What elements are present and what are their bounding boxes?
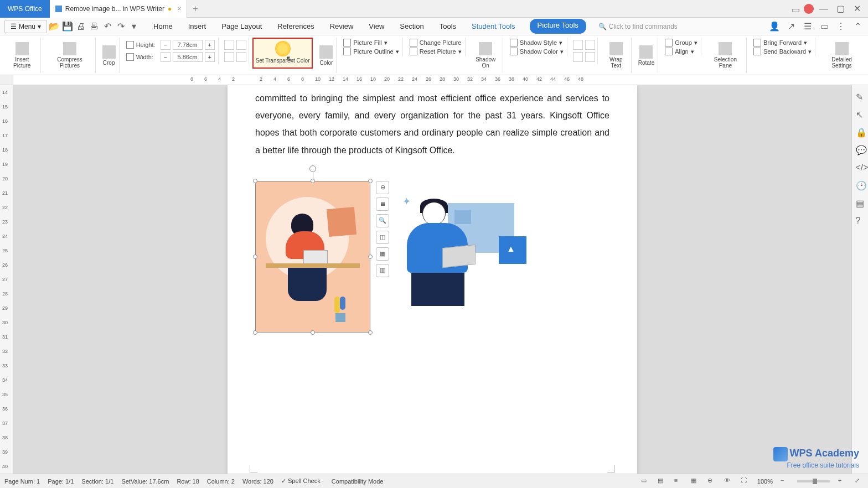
workspace-icon[interactable]: ▭ xyxy=(792,4,800,13)
stack-icon[interactable]: ▤ xyxy=(856,198,865,207)
zoom-in-icon[interactable]: + xyxy=(838,477,847,486)
tab-review[interactable]: Review xyxy=(329,19,355,34)
wrap-text-button[interactable]: Wrap Text xyxy=(601,38,632,73)
tab-tools[interactable]: Tools xyxy=(438,19,457,34)
shadow-on-button[interactable]: Shadow On xyxy=(469,38,503,73)
user-avatar-icon[interactable] xyxy=(804,4,814,14)
insert-picture-button[interactable]: Insert Picture xyxy=(3,38,41,73)
nudge-left-icon[interactable] xyxy=(573,52,583,62)
change-picture-button[interactable]: Change Picture xyxy=(410,39,462,46)
open-icon[interactable]: 📂 xyxy=(48,20,60,33)
selection-pane-button[interactable]: Selection Pane xyxy=(705,38,747,73)
height-decrease-button[interactable]: − xyxy=(161,40,170,50)
vertical-ruler[interactable]: 1415161718192021222324252627282930313233… xyxy=(0,85,13,476)
resize-handle[interactable] xyxy=(368,179,373,183)
zoom-out-icon[interactable]: − xyxy=(781,477,789,486)
width-input[interactable]: 5.86cm xyxy=(173,52,203,62)
resize-handle[interactable] xyxy=(253,255,257,259)
status-page-num[interactable]: Page Num: 1 xyxy=(4,478,40,485)
height-input[interactable]: 7.78cm xyxy=(173,40,203,50)
width-decrease-button[interactable]: − xyxy=(161,52,170,62)
page-area[interactable]: committed to bringing the simplest and m… xyxy=(13,85,851,476)
maximize-button[interactable]: ▢ xyxy=(834,2,847,15)
resize-handle[interactable] xyxy=(253,330,257,335)
outline-view-icon[interactable]: ≡ xyxy=(674,477,683,486)
flip-v-icon[interactable] xyxy=(236,52,246,62)
help-icon[interactable]: ? xyxy=(856,216,865,225)
zoom-slider[interactable] xyxy=(797,480,830,482)
app-tab[interactable]: WPS Office xyxy=(0,0,50,18)
nudge-down-icon[interactable] xyxy=(585,40,595,50)
group-button[interactable]: Group▾ xyxy=(665,39,698,46)
new-tab-button[interactable]: + xyxy=(187,1,203,17)
minimize-button[interactable]: — xyxy=(817,2,830,15)
settings-icon[interactable]: ☰ xyxy=(802,20,814,33)
picture-fill-button[interactable]: Picture Fill▾ xyxy=(343,39,399,46)
focus-mode-icon[interactable]: ▭ xyxy=(641,477,650,486)
tab-picture-tools[interactable]: Picture Tools xyxy=(530,19,586,34)
align-button[interactable]: Align▾ xyxy=(665,48,698,55)
tab-close-icon[interactable]: × xyxy=(177,5,181,13)
picture-tools-icon[interactable]: ▦ xyxy=(376,247,389,261)
history-icon[interactable]: 🕑 xyxy=(856,180,865,189)
shadow-style-button[interactable]: Shadow Style▾ xyxy=(510,39,564,46)
tab-page-layout[interactable]: Page Layout xyxy=(220,19,263,34)
nudge-right-icon[interactable] xyxy=(585,52,595,62)
share-icon[interactable]: 👤 xyxy=(768,20,781,33)
resize-handle[interactable] xyxy=(311,330,315,335)
zoom-icon[interactable]: 🔍 xyxy=(376,214,389,227)
picture-outline-button[interactable]: Picture Outline▾ xyxy=(343,48,399,55)
reading-view-icon[interactable]: ⊕ xyxy=(707,477,716,486)
lock-icon[interactable]: 🔒 xyxy=(856,127,865,136)
reset-picture-button[interactable]: Reset Picture▾ xyxy=(410,48,462,55)
crop-button[interactable]: Crop xyxy=(99,38,120,73)
tab-home[interactable]: Home xyxy=(152,19,174,34)
close-button[interactable]: ✕ xyxy=(850,2,864,15)
export-icon[interactable]: ↗ xyxy=(785,20,797,33)
rotate-left-icon[interactable] xyxy=(224,40,234,50)
status-words[interactable]: Words: 120 xyxy=(242,478,273,485)
selected-image[interactable]: ⊖ ≣ 🔍 ◫ ▦ ▥ xyxy=(255,181,370,333)
tab-references[interactable]: References xyxy=(276,19,315,34)
web-layout-icon[interactable]: ▦ xyxy=(691,477,700,486)
tab-view[interactable]: View xyxy=(368,19,385,34)
redo-icon[interactable]: ↷ xyxy=(115,20,127,33)
rotate-right-icon[interactable] xyxy=(236,40,246,50)
zoom-level[interactable]: 100% xyxy=(757,478,773,485)
horizontal-ruler[interactable]: 8642246810121416182022242628303234363840… xyxy=(0,75,868,85)
height-increase-button[interactable]: + xyxy=(205,40,215,50)
chat-icon[interactable]: 💬 xyxy=(856,145,865,154)
more-icon[interactable]: ⋮ xyxy=(835,20,847,33)
color-button[interactable]: Color xyxy=(316,38,337,73)
undo-icon[interactable]: ↶ xyxy=(101,20,113,33)
collapse-ribbon-icon[interactable]: ⌃ xyxy=(851,20,864,33)
rotation-handle-icon[interactable] xyxy=(309,165,316,172)
select-icon[interactable]: ↖ xyxy=(856,110,865,118)
code-icon[interactable]: </> xyxy=(856,163,865,172)
feedback-icon[interactable]: ▭ xyxy=(818,20,830,33)
zoom-out-icon[interactable]: ⊖ xyxy=(376,181,389,194)
crop-float-icon[interactable]: ◫ xyxy=(376,231,389,244)
edit-icon[interactable]: ✎ xyxy=(856,92,865,101)
document-tab[interactable]: Remove image b... in WPS Writer ● × xyxy=(50,0,187,18)
flip-h-icon[interactable] xyxy=(224,52,234,62)
tab-section[interactable]: Section xyxy=(399,19,425,34)
status-spellcheck[interactable]: ✓ Spell Check · xyxy=(281,477,324,485)
nudge-up-icon[interactable] xyxy=(573,40,583,50)
resize-handle[interactable] xyxy=(311,179,315,183)
send-backward-button[interactable]: Send Backward▾ xyxy=(753,48,812,55)
menu-button[interactable]: ☰ Menu ▾ xyxy=(4,20,47,33)
eye-icon[interactable]: 👁 xyxy=(724,477,733,486)
save-icon[interactable]: 💾 xyxy=(61,20,74,33)
layout-options-icon[interactable]: ≣ xyxy=(376,198,389,211)
compress-pictures-button[interactable]: Compress Pictures xyxy=(44,38,95,73)
command-search[interactable]: 🔍 Click to find commands xyxy=(598,23,678,30)
print-layout-icon[interactable]: ▤ xyxy=(658,477,666,486)
fit-icon[interactable]: ⛶ xyxy=(741,477,750,486)
more-float-icon[interactable]: ▥ xyxy=(376,264,389,277)
set-transparent-color-button[interactable]: Set Transparent Color ↖ xyxy=(252,38,313,69)
status-section[interactable]: Section: 1/1 xyxy=(81,478,113,485)
shadow-color-button[interactable]: Shadow Color▾ xyxy=(510,48,564,55)
resize-handle[interactable] xyxy=(368,330,373,335)
width-increase-button[interactable]: + xyxy=(205,52,215,62)
